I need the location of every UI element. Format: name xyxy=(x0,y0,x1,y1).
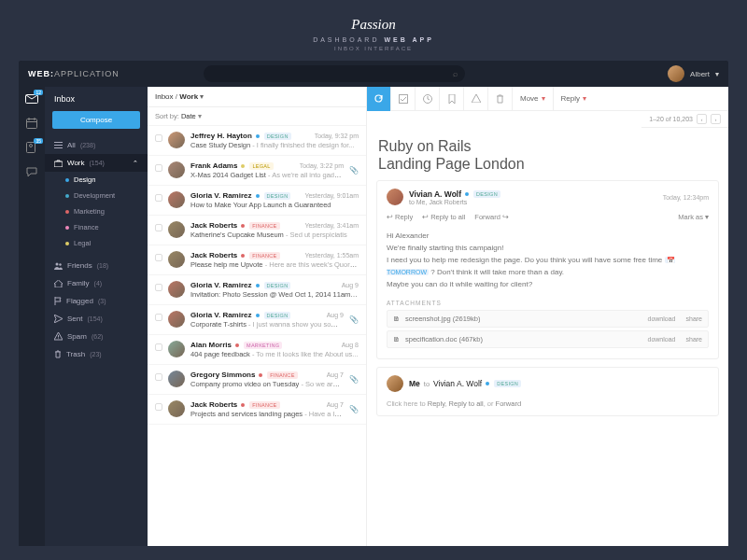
download-link[interactable]: download xyxy=(648,315,676,322)
message-checkbox[interactable] xyxy=(155,314,162,321)
refresh-button[interactable] xyxy=(367,87,391,111)
message-tag: DESIGN xyxy=(264,282,291,289)
message-checkbox[interactable] xyxy=(155,284,162,291)
sidebar-work[interactable]: Work(154) ⌃ xyxy=(45,154,148,172)
rail-mail-badge: 12 xyxy=(34,90,43,95)
sidebar-cat-development[interactable]: Development xyxy=(45,188,148,203)
rail-calendar-icon[interactable] xyxy=(25,117,38,130)
message-time: Today, 9:32 pm xyxy=(315,133,359,139)
warning-button[interactable] xyxy=(464,87,488,111)
file-icon: 🗎 xyxy=(393,335,401,343)
sidebar-sent[interactable]: Sent(154) xyxy=(45,310,148,328)
message-checkbox[interactable] xyxy=(155,164,162,172)
message-tag: LEGAL xyxy=(249,162,273,170)
pager-next[interactable]: › xyxy=(711,114,721,124)
share-link[interactable]: share xyxy=(685,336,702,343)
message-row[interactable]: Gregory SimmonsFINANCEAug 7Company promo… xyxy=(148,365,366,395)
message-row[interactable]: Jack RobertsFINANCEYesterday, 1:55amPlea… xyxy=(148,245,366,275)
chevron-down-icon[interactable]: ▾ xyxy=(200,92,204,101)
sidebar-spam[interactable]: Spam(62) xyxy=(45,328,148,345)
message-time: Yesterday, 3:41am xyxy=(304,222,359,229)
rail-contacts-icon[interactable]: 35 xyxy=(25,141,38,154)
message-row[interactable]: Gloria V. RamirezDESIGNAug 9Invitation: … xyxy=(148,275,366,305)
mark-as-action[interactable]: Mark as ▾ xyxy=(678,213,709,221)
sidebar-cat-design[interactable]: Design xyxy=(45,172,148,188)
reply-card[interactable]: Me to Vivian A. Wolf DESIGN Click here t… xyxy=(376,367,719,416)
user-avatar[interactable] xyxy=(668,65,684,82)
sidebar-family[interactable]: Family(4) xyxy=(45,274,148,292)
message-tag: FINANCE xyxy=(249,222,279,230)
reply-action[interactable]: ↩ Reply xyxy=(387,213,413,221)
sidebar-cat-marketing[interactable]: Marketing xyxy=(45,203,148,219)
user-name[interactable]: Albert xyxy=(690,70,710,78)
message-subject-line: How to Make Your App Launch a Guaranteed xyxy=(190,201,359,209)
home-icon xyxy=(54,280,63,287)
message-checkbox[interactable] xyxy=(155,194,162,202)
sidebar-cat-finance[interactable]: Finance xyxy=(45,219,148,235)
chevron-down-icon[interactable]: ▾ xyxy=(715,70,719,78)
download-link[interactable]: download xyxy=(648,336,676,343)
clock-button[interactable] xyxy=(416,87,440,111)
pager-prev[interactable]: ‹ xyxy=(697,114,707,124)
reply-all-action[interactable]: ↩ Reply to all xyxy=(422,213,465,221)
search-icon[interactable]: ⌕ xyxy=(453,69,458,78)
reply-tag: DESIGN xyxy=(494,380,521,387)
sidebar-all[interactable]: All(238) xyxy=(45,136,148,154)
my-avatar xyxy=(387,375,403,392)
reply-dropdown[interactable]: Reply▾ xyxy=(554,87,594,111)
message-checkbox[interactable] xyxy=(155,224,162,231)
bookmark-button[interactable] xyxy=(440,87,464,111)
delete-button[interactable] xyxy=(488,87,513,111)
message-from: Gloria V. Ramirez xyxy=(190,191,252,200)
crumb-inbox[interactable]: Inbox xyxy=(155,92,174,101)
message-time: Aug 7 xyxy=(327,401,344,408)
sort-control[interactable]: Sort by: Date ▾ xyxy=(148,107,366,126)
message-row[interactable]: Alan MorrisMARKETINGAug 8404 page feedba… xyxy=(148,335,366,365)
forward-action[interactable]: Forward ↪ xyxy=(474,213,509,221)
message-checkbox[interactable] xyxy=(155,373,162,381)
sender-avatar xyxy=(168,132,185,148)
rail-chat-icon[interactable] xyxy=(25,165,38,178)
sidebar-cat-legal[interactable]: Legal xyxy=(45,235,148,251)
rail-mail-icon[interactable]: 12 xyxy=(25,92,38,105)
message-from: Alan Morris xyxy=(190,341,232,349)
message-time: Aug 7 xyxy=(327,371,344,378)
message-subject-line: Case Study Design - I finally finished t… xyxy=(190,141,359,149)
message-time: Aug 8 xyxy=(342,342,359,348)
message-row[interactable]: Jack RobertsFINANCEAug 7Projects and ser… xyxy=(148,395,366,425)
message-from: Frank Adams xyxy=(190,161,237,170)
message-subject-line: Company promo video on Tuesday - So we a… xyxy=(190,380,344,388)
sender-avatar[interactable] xyxy=(387,189,403,205)
tag-dot xyxy=(465,192,469,196)
sidebar-flagged[interactable]: Flagged(3) xyxy=(45,292,148,310)
reply-prompt[interactable]: Click here to Reply, Reply to all, or Fo… xyxy=(387,399,709,408)
message-row[interactable]: Gloria V. RamirezDESIGNYesterday, 9:01am… xyxy=(148,186,366,216)
message-row[interactable]: Frank AdamsLEGALToday, 3:22 pmX-Mas 2014… xyxy=(148,156,366,186)
search-field[interactable]: ⌕ xyxy=(204,65,465,82)
svg-rect-1 xyxy=(27,119,37,129)
sidebar-trash[interactable]: Trash(23) xyxy=(45,345,148,363)
category-dot xyxy=(65,226,69,230)
message-checkbox[interactable] xyxy=(155,134,162,142)
share-link[interactable]: share xyxy=(685,315,702,322)
message-row[interactable]: Jack RobertsFINANCEYesterday, 3:41amKath… xyxy=(148,216,366,245)
sidebar-friends[interactable]: Friends(18) xyxy=(45,257,148,274)
message-row[interactable]: Jeffrey H. HaytonDESIGNToday, 9:32 pmCas… xyxy=(148,126,366,156)
search-input[interactable] xyxy=(211,70,453,78)
message-checkbox[interactable] xyxy=(155,403,162,411)
message-time: Yesterday, 9:01am xyxy=(304,192,359,199)
message-checkbox[interactable] xyxy=(155,343,162,351)
chevron-down-icon: ▾ xyxy=(583,94,586,103)
compose-button[interactable]: Compose xyxy=(52,111,140,129)
check-button[interactable] xyxy=(391,87,416,111)
svg-point-3 xyxy=(30,145,33,147)
people-icon xyxy=(54,262,63,270)
message-checkbox[interactable] xyxy=(155,254,162,261)
category-dot xyxy=(65,210,69,214)
message-from: Jack Roberts xyxy=(190,251,237,259)
message-row[interactable]: Gloria V. RamirezDESIGNAug 9Corporate T-… xyxy=(148,305,366,335)
crumb-work[interactable]: Work xyxy=(179,92,198,101)
move-dropdown[interactable]: Move▾ xyxy=(513,87,554,111)
tag-dot xyxy=(241,224,245,228)
tag-dot xyxy=(241,164,245,168)
